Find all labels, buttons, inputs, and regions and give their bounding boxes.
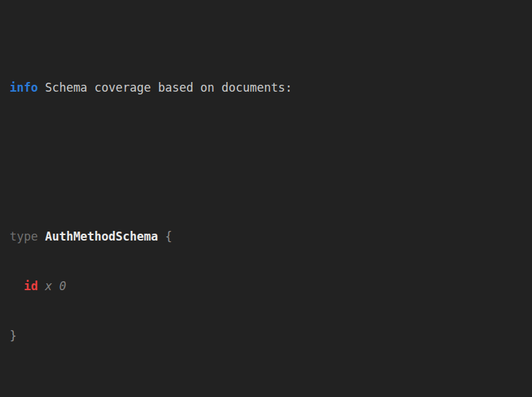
type-open-line: typeAuthMethodSchema{	[10, 228, 522, 245]
type-name: AuthMethodSchema	[45, 230, 158, 243]
info-message: Schema coverage based on documents:	[45, 81, 292, 94]
field-count: x 0	[45, 279, 66, 293]
open-brace: {	[165, 230, 172, 243]
type-keyword: type	[10, 230, 38, 243]
blank-line	[10, 394, 522, 397]
console-output: infoSchema coverage based on documents: …	[0, 0, 532, 397]
type-close-line: }	[10, 327, 522, 344]
field-name: id	[23, 279, 37, 293]
field-line: idx 0	[10, 278, 522, 294]
info-tag: info	[10, 81, 38, 94]
info-line: infoSchema coverage based on documents:	[10, 79, 522, 96]
blank-line	[10, 145, 522, 162]
close-brace: }	[10, 329, 17, 343]
